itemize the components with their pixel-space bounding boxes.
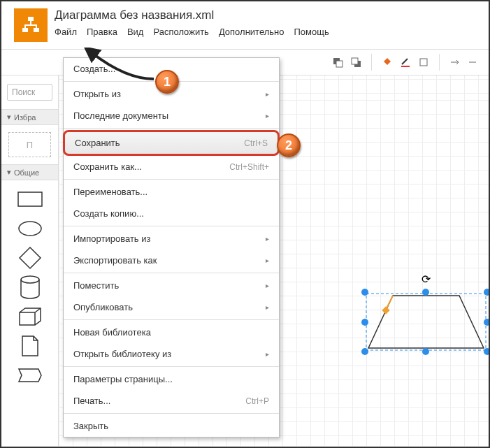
menu-file[interactable]: Файл [55, 27, 77, 37]
svg-rect-8 [420, 59, 427, 66]
svg-rect-4 [336, 61, 343, 67]
menu-import[interactable]: Импортировать из [64, 228, 279, 250]
selected-trapezoid[interactable]: ⟳ [365, 292, 487, 352]
app-logo [14, 8, 48, 42]
section-shared[interactable]: ▾ Общие [1, 164, 58, 180]
annotation-arrow [84, 48, 161, 89]
menu-save-as[interactable]: Сохранить как...Ctrl+Shift+ [64, 156, 279, 178]
waypoint-icon[interactable] [466, 55, 480, 69]
to-back-icon[interactable] [349, 55, 363, 69]
menu-export[interactable]: Экспортировать как [64, 250, 279, 271]
svg-rect-12 [366, 294, 486, 350]
connection-icon[interactable] [448, 55, 462, 69]
menu-embed[interactable]: Поместить [64, 275, 279, 296]
search-placeholder: Поиск [12, 87, 35, 97]
save-shortcut: Ctrl+S [244, 138, 268, 148]
menu-publish[interactable]: Опубликовать [64, 296, 279, 318]
shape-step[interactable] [15, 365, 45, 386]
menubar: Файл Правка Вид Расположить Дополнительн… [55, 27, 489, 37]
shadow-icon[interactable] [417, 55, 431, 69]
svg-rect-0 [28, 17, 34, 21]
to-front-icon[interactable] [331, 55, 345, 69]
menu-openlib[interactable]: Открыть библиотеку из [64, 343, 279, 365]
menu-help[interactable]: Помощь [294, 27, 329, 37]
shape-rectangle[interactable] [15, 189, 45, 210]
shape-cylinder[interactable] [15, 277, 45, 298]
menu-recent[interactable]: Последние документы [64, 105, 279, 127]
menu-rename[interactable]: Переименовать... [64, 181, 279, 203]
section-favorites[interactable]: ▾ Избра [1, 109, 58, 125]
svg-rect-9 [18, 192, 42, 206]
menu-copy[interactable]: Создать копию... [64, 203, 279, 224]
sidebar: Поиск ▾ Избра П ▾ Общие [1, 75, 59, 446]
menu-page-setup[interactable]: Параметры страницы... [64, 368, 279, 390]
menu-close[interactable]: Закрыть [64, 415, 279, 437]
menu-view[interactable]: Вид [127, 27, 144, 37]
menu-print[interactable]: Печать...Ctrl+P [64, 390, 279, 412]
menu-extras[interactable]: Дополнительно [219, 27, 284, 37]
shape-page[interactable] [15, 335, 45, 356]
menu-save[interactable]: СохранитьCtrl+S [63, 130, 280, 156]
rotate-handle[interactable]: ⟳ [421, 273, 431, 286]
file-dropdown: Создать... Открыть из Последние документ… [63, 57, 280, 438]
svg-point-10 [19, 222, 41, 236]
document-title[interactable]: Диаграмма без названия.xml [55, 8, 489, 22]
shape-cube[interactable] [15, 306, 45, 327]
svg-rect-13 [382, 306, 389, 314]
fill-color-icon[interactable] [380, 55, 394, 69]
annotation-step-1: 1 [155, 70, 179, 94]
scratchpad[interactable]: П [8, 132, 51, 157]
menu-edit[interactable]: Правка [87, 27, 117, 37]
menu-newlib[interactable]: Новая библиотека [64, 321, 279, 343]
shape-ellipse[interactable] [15, 218, 45, 239]
annotation-step-2: 2 [277, 133, 301, 157]
svg-rect-7 [401, 66, 410, 67]
svg-rect-6 [352, 58, 358, 64]
shape-diamond[interactable] [15, 247, 45, 268]
svg-rect-1 [22, 28, 28, 32]
line-color-icon[interactable] [398, 55, 412, 69]
svg-rect-2 [34, 28, 39, 32]
menu-arrange[interactable]: Расположить [153, 27, 208, 37]
search-input[interactable]: Поиск [7, 84, 52, 101]
print-shortcut: Ctrl+P [245, 396, 269, 406]
svg-point-11 [21, 276, 39, 283]
save-as-shortcut: Ctrl+Shift+ [229, 162, 269, 172]
